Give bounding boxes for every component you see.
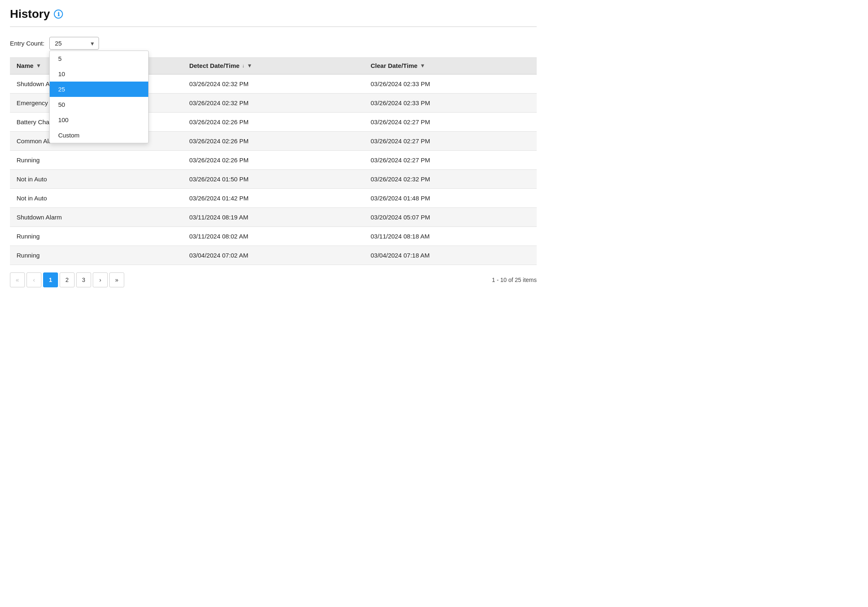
col-header-detect-datetime: Detect Date/Time ↓ ▼ [183,57,364,75]
cell-clear_datetime: 03/26/2024 02:33 PM [364,75,537,94]
cell-name: Running [10,246,183,265]
cell-clear_datetime: 03/26/2024 02:32 PM [364,170,537,189]
cell-name: Running [10,227,183,246]
cell-detect_datetime: 03/11/2024 08:19 AM [183,208,364,227]
cell-name: Not in Auto [10,170,183,189]
cell-name: Not in Auto [10,189,183,208]
clear-datetime-filter-icon[interactable]: ▼ [420,63,425,69]
table-row: Running03/11/2024 08:02 AM03/11/2024 08:… [10,227,537,246]
cell-detect_datetime: 03/26/2024 02:26 PM [183,113,364,132]
entry-count-label: Entry Count: [10,40,44,47]
table-row: Shutdown Alarm03/11/2024 08:19 AM03/20/2… [10,208,537,227]
cell-clear_datetime: 03/11/2024 08:18 AM [364,227,537,246]
dropdown-option-custom[interactable]: Custom [50,128,148,143]
cell-detect_datetime: 03/04/2024 07:02 AM [183,246,364,265]
cell-name: Shutdown Alarm [10,208,183,227]
pagination-first-btn[interactable]: « [10,272,25,287]
entry-count-row: Entry Count: 5 10 25 50 100 Custom ▼ 5 1… [10,37,537,50]
pagination-bar: « ‹ 1 2 3 › » 1 - 10 of 25 items [10,272,537,287]
pagination-prev-btn[interactable]: ‹ [27,272,41,287]
entry-count-dropdown-wrapper: 5 10 25 50 100 Custom ▼ 5 10 25 50 100 C… [49,37,99,50]
cell-clear_datetime: 03/26/2024 02:27 PM [364,113,537,132]
cell-detect_datetime: 03/26/2024 01:50 PM [183,170,364,189]
page-title: History [10,7,50,21]
table-row: Not in Auto03/26/2024 01:42 PM03/26/2024… [10,189,537,208]
cell-detect_datetime: 03/11/2024 08:02 AM [183,227,364,246]
pagination-page-2[interactable]: 2 [60,272,75,287]
dropdown-option-50[interactable]: 50 [50,97,148,112]
entry-count-select[interactable]: 5 10 25 50 100 Custom [49,37,99,50]
cell-clear_datetime: 03/26/2024 02:33 PM [364,94,537,113]
info-icon[interactable]: ℹ [54,10,63,19]
name-filter-icon[interactable]: ▼ [36,63,41,69]
cell-clear_datetime: 03/26/2024 02:27 PM [364,151,537,170]
pagination-summary: 1 - 10 of 25 items [492,277,537,283]
pagination-last-btn[interactable]: » [109,272,124,287]
page-header: History ℹ [10,7,537,27]
cell-detect_datetime: 03/26/2024 02:32 PM [183,94,364,113]
cell-clear_datetime: 03/26/2024 01:48 PM [364,189,537,208]
cell-clear_datetime: 03/26/2024 02:27 PM [364,132,537,151]
cell-name: Running [10,151,183,170]
pagination-page-3[interactable]: 3 [76,272,91,287]
dropdown-option-10[interactable]: 10 [50,66,148,82]
cell-detect_datetime: 03/26/2024 02:26 PM [183,151,364,170]
col-header-clear-datetime: Clear Date/Time ▼ [364,57,537,75]
cell-clear_datetime: 03/20/2024 05:07 PM [364,208,537,227]
detect-datetime-sort-icon[interactable]: ↓ [242,63,244,69]
table-row: Not in Auto03/26/2024 01:50 PM03/26/2024… [10,170,537,189]
table-row: Running03/04/2024 07:02 AM03/04/2024 07:… [10,246,537,265]
pagination-page-1[interactable]: 1 [43,272,58,287]
cell-clear_datetime: 03/04/2024 07:18 AM [364,246,537,265]
cell-detect_datetime: 03/26/2024 01:42 PM [183,189,364,208]
detect-datetime-filter-icon[interactable]: ▼ [247,63,252,69]
dropdown-option-25[interactable]: 25 [50,82,148,97]
pagination-controls: « ‹ 1 2 3 › » [10,272,124,287]
page-container: History ℹ Entry Count: 5 10 25 50 100 Cu… [0,0,547,297]
table-row: Running03/26/2024 02:26 PM03/26/2024 02:… [10,151,537,170]
cell-detect_datetime: 03/26/2024 02:32 PM [183,75,364,94]
pagination-next-btn[interactable]: › [93,272,108,287]
dropdown-option-5[interactable]: 5 [50,51,148,66]
entry-count-dropdown-menu: 5 10 25 50 100 Custom [49,51,149,143]
cell-detect_datetime: 03/26/2024 02:26 PM [183,132,364,151]
dropdown-option-100[interactable]: 100 [50,112,148,128]
